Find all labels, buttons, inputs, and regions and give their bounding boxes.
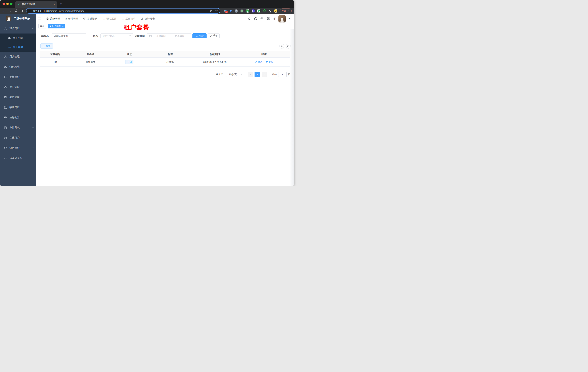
url-bar[interactable]: 127.0.0.1:48080/admin-ui/system/tenant/p… <box>26 8 220 14</box>
tag-tenant-package[interactable]: 租户套餐 × <box>48 24 65 28</box>
extension-green-dot-icon[interactable] <box>240 9 244 13</box>
nav-item-payment[interactable]: ¥ 支付管理 <box>65 14 78 23</box>
github-icon[interactable] <box>254 17 257 21</box>
chevron-down-icon <box>32 127 34 129</box>
add-button[interactable]: + 新增 <box>40 43 53 49</box>
app-header: 系统管理 ¥ 支付管理 基础设施 <box>36 14 294 23</box>
goto-page-input[interactable] <box>278 72 287 77</box>
sidebar-logo[interactable]: 芋道管理系统 <box>0 14 36 23</box>
url-path: /admin-ui/system/tenant/package <box>50 10 84 12</box>
browser-update-button[interactable]: 更新 ⋮ <box>280 9 292 13</box>
nav-item-system[interactable]: 系统管理 <box>46 14 60 23</box>
prev-page-button[interactable]: ‹ <box>248 72 253 77</box>
sidebar-item-post-management[interactable]: 岗位管理 <box>0 92 36 102</box>
avatar-caret-icon[interactable] <box>289 18 290 19</box>
goto-label: 前往 <box>272 73 277 76</box>
table-refresh-button[interactable] <box>286 44 291 49</box>
fullscreen-icon[interactable] <box>266 17 270 21</box>
extension-gem-icon[interactable] <box>229 9 233 13</box>
nav-item-dev-tools[interactable]: 研发工具 <box>103 14 116 23</box>
profile-smiley-icon[interactable] <box>274 9 278 13</box>
status-select[interactable]: 请选择状态 <box>100 33 133 38</box>
annotation-overlay-text: 租户套餐 <box>124 23 149 31</box>
cell-package-name: 普通套餐 <box>71 61 110 64</box>
edit-link[interactable]: 修改 <box>255 60 263 64</box>
font-size-icon[interactable]: TT <box>273 17 275 20</box>
nav-item-reports[interactable]: 统计报表 <box>141 14 155 23</box>
sidebar-item-tenant-management[interactable]: 租户管理 <box>0 23 36 33</box>
sidebar-fold-icon[interactable] <box>38 17 42 21</box>
top-nav: 系统管理 ¥ 支付管理 基础设施 <box>46 14 155 23</box>
window-close-button[interactable] <box>2 3 5 5</box>
extension-command-icon[interactable]: ⌘ <box>234 9 238 13</box>
site-info-icon[interactable] <box>29 10 31 12</box>
extensions-puzzle-icon[interactable] <box>268 9 272 13</box>
delete-link[interactable]: 删除 <box>266 60 273 64</box>
avatar[interactable] <box>278 15 286 22</box>
help-icon[interactable] <box>260 17 263 21</box>
message-bubble-icon <box>4 116 7 119</box>
browser-tab[interactable]: 芋道管理系统 × <box>15 1 57 8</box>
sidebar-item-label: 错误码管理 <box>10 157 22 160</box>
extension-blocks-icon[interactable]: 10 <box>223 9 227 13</box>
tag-close-icon[interactable]: × <box>62 25 63 28</box>
sidebar-item-tenant-list[interactable]: 租户列表 <box>0 33 36 43</box>
date-range-picker[interactable]: 开始日期 - 结束日期 <box>147 33 191 38</box>
sidebar-item-menu-management[interactable]: 菜单管理 <box>0 72 36 82</box>
window-minimize-button[interactable] <box>6 3 9 5</box>
url-host: 127.0.0.1:48080 <box>33 10 50 12</box>
sidebar-item-notice[interactable]: 通知公告 <box>0 112 36 123</box>
search-button[interactable]: 搜索 <box>192 33 207 38</box>
extension-chat-icon[interactable] <box>257 9 261 13</box>
sidebar-item-tenant-package[interactable]: 租户套餐 <box>0 43 36 52</box>
user-icon <box>4 55 7 58</box>
extension-star-icon[interactable] <box>262 9 266 13</box>
sidebar-item-dict-management[interactable]: 字典管理 <box>0 102 36 112</box>
next-page-button[interactable]: › <box>262 72 267 77</box>
sidebar-item-role-management[interactable]: 角色管理 <box>0 62 36 72</box>
new-tab-button[interactable]: + <box>60 2 62 6</box>
tab-close-icon[interactable]: × <box>53 3 55 6</box>
col-header-status: 状态 <box>110 53 149 56</box>
window-zoom-button[interactable] <box>10 3 12 5</box>
closed-eyes-icon <box>8 46 11 49</box>
sidebar-item-online-users[interactable]: 在线用户 <box>0 133 36 143</box>
nav-item-workflow[interactable]: 工作流程 <box>122 14 136 23</box>
peoples-icon <box>8 37 11 40</box>
extension-badge: 10 <box>225 11 228 13</box>
browser-menu-icon[interactable]: ⋮ <box>287 10 290 12</box>
table-row: 111 普通套餐 开启 小功能 2022-02-22 00:54:00 <box>40 58 290 67</box>
page-size-select[interactable]: 10条/页 <box>226 72 244 77</box>
sidebar-item-user-management[interactable]: 用户管理 <box>0 52 36 62</box>
cell-remark: 小功能 <box>149 61 192 64</box>
nav-item-infrastructure[interactable]: 基础设施 <box>83 14 97 23</box>
active-dot <box>50 26 51 27</box>
home-icon[interactable] <box>20 9 23 12</box>
delete-link-label: 删除 <box>269 60 273 64</box>
tag-home[interactable]: 首页 <box>38 24 46 28</box>
date-start-placeholder: 开始日期 <box>152 34 170 37</box>
search-icon[interactable] <box>248 17 251 21</box>
trash-icon <box>266 61 268 63</box>
extension-shield-icon[interactable] <box>251 9 255 13</box>
sidebar-submenu-tenant: 租户列表 租户套餐 <box>0 33 36 52</box>
bookmark-star-icon[interactable]: ☆ <box>215 10 218 12</box>
sidebar-item-dept-management[interactable]: 部门管理 <box>0 82 36 92</box>
table-search-toggle-button[interactable] <box>279 44 284 49</box>
page-number-1[interactable]: 1 <box>254 72 260 77</box>
forward-icon[interactable]: → <box>9 9 11 13</box>
sidebar-item-label: 通知公告 <box>10 116 20 119</box>
sidebar-item-audit-log[interactable]: 审计日志 <box>0 123 36 133</box>
extension-yudao-icon[interactable]: y <box>246 9 250 13</box>
logo-rabbit-image <box>6 16 11 21</box>
reset-button[interactable]: 重置 <box>208 33 220 38</box>
sidebar-item-sms-management[interactable]: 短信管理 <box>0 143 36 153</box>
share-icon[interactable] <box>210 10 213 12</box>
reload-icon[interactable] <box>14 9 18 12</box>
sidebar-item-error-code[interactable]: 错误码管理 <box>0 153 36 163</box>
col-header-package-id: 套餐编号 <box>40 53 71 56</box>
back-icon[interactable]: ← <box>3 9 6 13</box>
sidebar-menu: 租户管理 租户列表 <box>0 23 36 163</box>
tag-label: 首页 <box>40 25 44 28</box>
package-name-input[interactable] <box>54 35 84 37</box>
